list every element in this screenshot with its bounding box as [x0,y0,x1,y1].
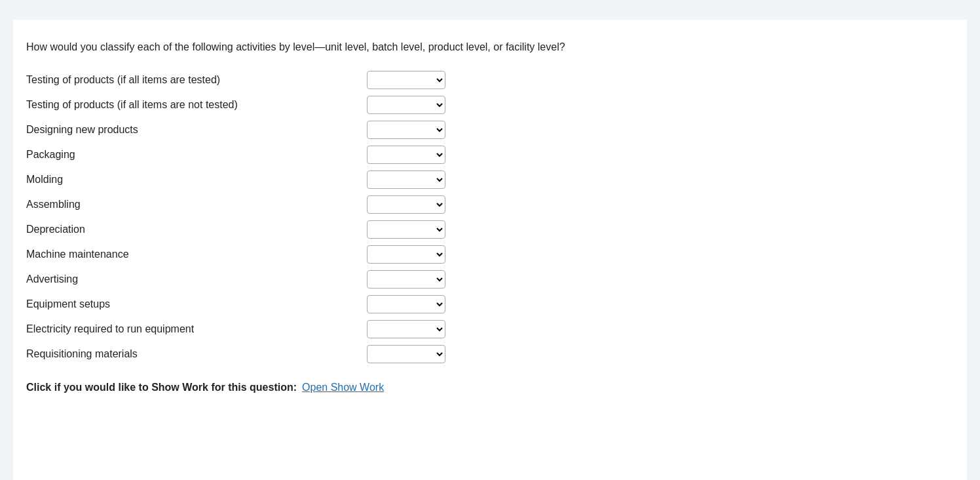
activity-label-testing-not-all: Testing of products (if all items are no… [26,99,367,111]
activity-label-requisitioning: Requisitioning materials [26,348,367,360]
activity-row: Testing of products (if all items are no… [26,96,954,114]
open-show-work-link[interactable]: Open Show Work [302,382,384,393]
activity-select-depreciation[interactable]: Unit levelBatch levelProduct levelFacili… [367,220,445,239]
activity-row: PackagingUnit levelBatch levelProduct le… [26,146,954,164]
activity-row: Electricity required to run equipmentUni… [26,320,954,338]
activity-row: DepreciationUnit levelBatch levelProduct… [26,220,954,239]
activity-label-molding: Molding [26,174,367,186]
activity-select-advertising[interactable]: Unit levelBatch levelProduct levelFacili… [367,270,445,289]
activity-row: Requisitioning materialsUnit levelBatch … [26,345,954,363]
activity-label-packaging: Packaging [26,149,367,161]
activity-row: AdvertisingUnit levelBatch levelProduct … [26,270,954,289]
activity-label-electricity: Electricity required to run equipment [26,323,367,335]
activity-label-equipment-setups: Equipment setups [26,298,367,310]
activity-label-designing: Designing new products [26,124,367,136]
activity-select-equipment-setups[interactable]: Unit levelBatch levelProduct levelFacili… [367,295,445,313]
activity-select-molding[interactable]: Unit levelBatch levelProduct levelFacili… [367,170,445,189]
activity-select-packaging[interactable]: Unit levelBatch levelProduct levelFacili… [367,146,445,164]
activity-label-advertising: Advertising [26,273,367,285]
activity-row: Testing of products (if all items are te… [26,71,954,89]
main-container: How would you classify each of the follo… [13,20,967,480]
activity-label-machine-maintenance: Machine maintenance [26,249,367,260]
activity-select-testing-not-all[interactable]: Unit levelBatch levelProduct levelFacili… [367,96,445,114]
activity-row: Machine maintenanceUnit levelBatch level… [26,245,954,264]
activity-label-assembling: Assembling [26,199,367,210]
activity-row: AssemblingUnit levelBatch levelProduct l… [26,195,954,214]
activity-select-electricity[interactable]: Unit levelBatch levelProduct levelFacili… [367,320,445,338]
show-work-label: Click if you would like to Show Work for… [26,382,297,393]
activity-row: MoldingUnit levelBatch levelProduct leve… [26,170,954,189]
activity-select-testing-all[interactable]: Unit levelBatch levelProduct levelFacili… [367,71,445,89]
activity-row: Designing new productsUnit levelBatch le… [26,121,954,139]
activity-select-assembling[interactable]: Unit levelBatch levelProduct levelFacili… [367,195,445,214]
activity-select-designing[interactable]: Unit levelBatch levelProduct levelFacili… [367,121,445,139]
question-text: How would you classify each of the follo… [26,39,954,55]
activities-list: Testing of products (if all items are te… [26,71,954,363]
activity-label-testing-all: Testing of products (if all items are te… [26,74,367,86]
activity-select-requisitioning[interactable]: Unit levelBatch levelProduct levelFacili… [367,345,445,363]
activity-select-machine-maintenance[interactable]: Unit levelBatch levelProduct levelFacili… [367,245,445,264]
activity-row: Equipment setupsUnit levelBatch levelPro… [26,295,954,313]
activity-label-depreciation: Depreciation [26,224,367,235]
show-work-section: Click if you would like to Show Work for… [26,382,954,393]
